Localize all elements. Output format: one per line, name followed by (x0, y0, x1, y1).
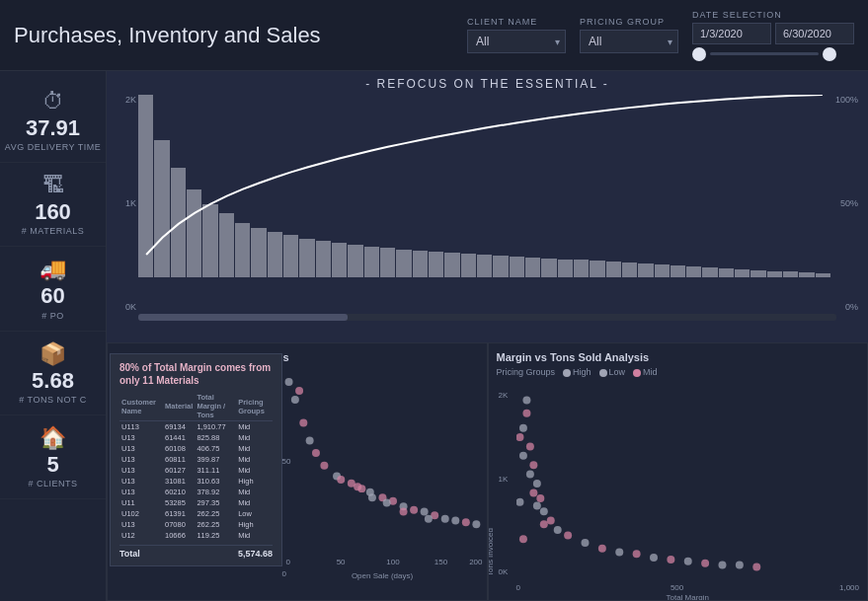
slider-handle-right[interactable] (823, 47, 836, 61)
scatter-dot (667, 556, 674, 563)
scatter-dot (472, 520, 480, 528)
date-start-input[interactable] (692, 23, 771, 44)
scatter-dot (284, 378, 292, 386)
tooltip-row: U113691341,910.77Mid (119, 421, 273, 433)
scatter-dot (420, 508, 428, 516)
box-icon: 📦 (39, 341, 66, 367)
margin-x-tick-500: 500 (671, 583, 683, 592)
pct-tick-0: 0% (832, 302, 858, 312)
bar-item (558, 260, 573, 278)
scatter-dot (367, 493, 375, 501)
bar-item (202, 204, 217, 277)
scatter-dot (320, 462, 328, 470)
slider-track[interactable] (710, 52, 819, 55)
pct-tick-50: 50% (832, 198, 858, 208)
legend-dot-low-r (599, 369, 607, 377)
scatter-dot (354, 483, 361, 490)
tooltip-row: U1360210378.92Mid (119, 487, 273, 497)
bar-item (429, 252, 443, 277)
bar-item (767, 271, 782, 277)
date-selection-label: DATE SELECTION (692, 10, 782, 20)
scatter-dot (516, 498, 523, 506)
bar-item (477, 255, 492, 277)
scatter-dot (735, 562, 743, 569)
client-name-select[interactable]: All (467, 30, 566, 53)
scatter-dot (299, 418, 307, 426)
bar-item (444, 253, 459, 277)
delivery-x-tick-150: 150 (434, 558, 447, 566)
col-material: Material (163, 392, 195, 421)
bar-item (750, 270, 765, 277)
scatter-dot (701, 560, 709, 567)
scatter-dot (525, 471, 533, 479)
date-end-input[interactable] (775, 23, 854, 44)
top-chart: - REFOCUS ON THE ESSENTIAL - 2K 1K 0K 10… (107, 71, 868, 342)
clients-value: 5 (46, 453, 58, 477)
scatter-dot (525, 442, 533, 450)
scatter-dot (399, 508, 407, 516)
bar-item (171, 168, 186, 277)
top-chart-inner: 2K 1K 0K 100% 50% 0% 6108461083620206108… (115, 95, 860, 312)
tooltip-body: U113691341,910.77MidU1361441825.88MidU13… (119, 421, 273, 542)
col-customer: Customer Name (119, 392, 163, 421)
bar-item (299, 239, 314, 277)
bar-item (655, 264, 670, 277)
pricing-group-select[interactable]: All (580, 30, 678, 53)
bar-item (816, 273, 830, 277)
scatter-dot (461, 518, 469, 526)
scatter-dot (516, 433, 523, 441)
scatter-dot (597, 545, 605, 553)
bar-item (332, 243, 347, 277)
scatter-dot (440, 515, 448, 523)
delivery-y-tick-0: 0 (282, 569, 286, 578)
scroll-thumb[interactable] (138, 314, 348, 321)
bar-item (525, 258, 540, 277)
scatter-dot (424, 515, 432, 523)
legend-dot-mid-r (633, 369, 641, 377)
top-chart-title: - REFOCUS ON THE ESSENTIAL - (115, 77, 860, 91)
scatter-dot (539, 520, 547, 528)
slider-handle-left[interactable] (692, 47, 706, 61)
delivery-x-label: Open Sale (days) (352, 571, 413, 580)
delivery-time-value: 37.91 (26, 116, 80, 140)
margin-x-label: Total Margin (666, 593, 709, 601)
sidebar-item-clients: 🏠 5 # CLIENTS (0, 415, 106, 499)
bar-item (138, 95, 153, 277)
bar-item (735, 269, 750, 277)
bar-item (622, 263, 637, 277)
tons-label: # TONS NOT C (19, 395, 87, 405)
scatter-dot (615, 548, 623, 556)
client-name-select-wrap[interactable]: All (467, 30, 566, 53)
scroll-bar[interactable] (138, 314, 836, 321)
right-content: - REFOCUS ON THE ESSENTIAL - 2K 1K 0K 10… (107, 71, 868, 601)
pricing-group-select-wrap[interactable]: All (580, 30, 678, 53)
scatter-dot (410, 506, 418, 514)
tooltip-row: U1153285297.35Mid (119, 497, 273, 508)
sidebar: ⏱ 37.91 AVG DELIVERY TIME 🏗 160 # MATERI… (0, 71, 107, 601)
margin-scatter-svg (516, 391, 860, 576)
client-name-label: CLIENT NAME (467, 17, 537, 27)
x-labels: 6108461083620206108361089615916104761031… (138, 279, 830, 299)
pct-tick-100: 100% (832, 95, 858, 105)
scatter-dot (529, 461, 537, 469)
scatter-dot (752, 563, 760, 570)
scatter-dot (382, 499, 390, 507)
scatter-dot (553, 526, 561, 534)
col-pricing: Pricing Groups (236, 392, 273, 421)
bar-item (251, 228, 266, 277)
delivery-sales-panel: Delivery vs Sales – Time Analysis High L… (107, 342, 488, 601)
bar-item (686, 266, 701, 277)
delivery-y-tick-50: 50 (282, 457, 291, 466)
delivery-x-tick-100: 100 (386, 558, 399, 566)
scatter-dot (518, 535, 526, 543)
date-slider[interactable] (692, 47, 836, 61)
scatter-dot (522, 410, 530, 417)
bar-chart-area: 6108461083620206108361089615916104761031… (138, 95, 830, 292)
bar-item (235, 223, 250, 278)
col-margin: Total Margin / Tons (195, 392, 236, 421)
bar-item (413, 251, 428, 277)
margin-y-tick-0k: 0K (499, 567, 509, 576)
delivery-time-label: AVG DELIVERY TIME (5, 142, 101, 152)
margin-x-tick-1000: 1,000 (839, 583, 859, 592)
scatter-dot (536, 494, 544, 502)
